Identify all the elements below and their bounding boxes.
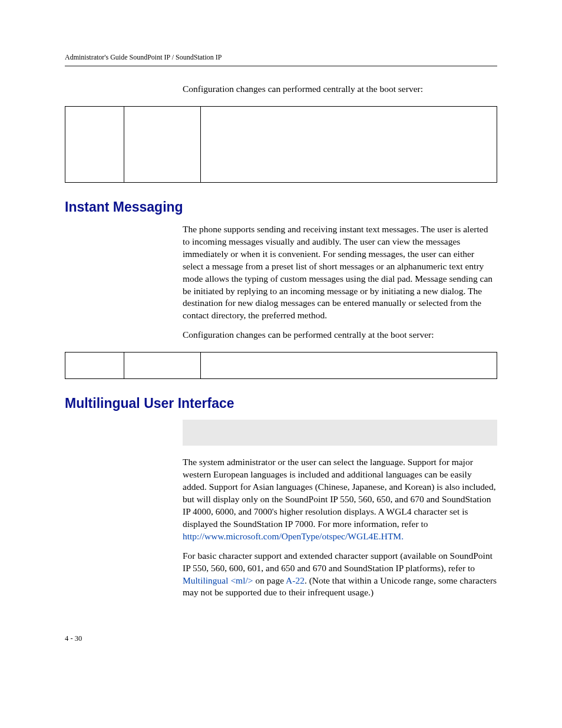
section-heading-instant-messaging: Instant Messaging [65, 199, 497, 215]
table-cell [124, 106, 201, 182]
cross-ref-multilingual[interactable]: Multilingual <ml/> [183, 575, 253, 585]
table-row [65, 353, 497, 379]
mui-p2-part-b: on page [253, 575, 286, 585]
im-paragraph-1: The phone supports sending and receiving… [183, 223, 497, 322]
header-rule [65, 65, 497, 67]
page-footer: 4 - 30 [65, 634, 497, 643]
table-cell [65, 353, 124, 379]
table-cell [201, 353, 497, 379]
table-cell [65, 106, 124, 182]
cross-ref-page-a22[interactable]: A-22 [286, 575, 305, 585]
config-table-2 [65, 352, 497, 379]
body-column: The phone supports sending and receiving… [183, 223, 497, 341]
body-column: Configuration changes can performed cent… [183, 83, 497, 95]
intro-paragraph: Configuration changes can performed cent… [183, 83, 497, 95]
mui-paragraph-1-text: The system administrator or the user can… [183, 457, 496, 529]
mui-paragraph-1: The system administrator or the user can… [183, 456, 497, 542]
note-box [183, 420, 497, 446]
section-heading-multilingual-ui: Multilingual User Interface [65, 396, 497, 411]
table-row [65, 106, 497, 182]
page-container: Administrator's Guide SoundPoint IP / So… [0, 0, 562, 678]
config-table-1 [65, 106, 497, 183]
im-paragraph-2: Configuration changes can be performed c… [183, 329, 497, 341]
body-column: The system administrator or the user can… [183, 420, 497, 599]
mui-paragraph-2: For basic character support and extended… [183, 550, 497, 599]
mui-p2-part-a: For basic character support and extended… [183, 551, 492, 573]
table-cell [201, 106, 497, 182]
external-link-wgl4[interactable]: http://www.microsoft.com/OpenType/otspec… [183, 531, 404, 541]
table-cell [124, 353, 201, 379]
running-header: Administrator's Guide SoundPoint IP / So… [65, 53, 497, 62]
